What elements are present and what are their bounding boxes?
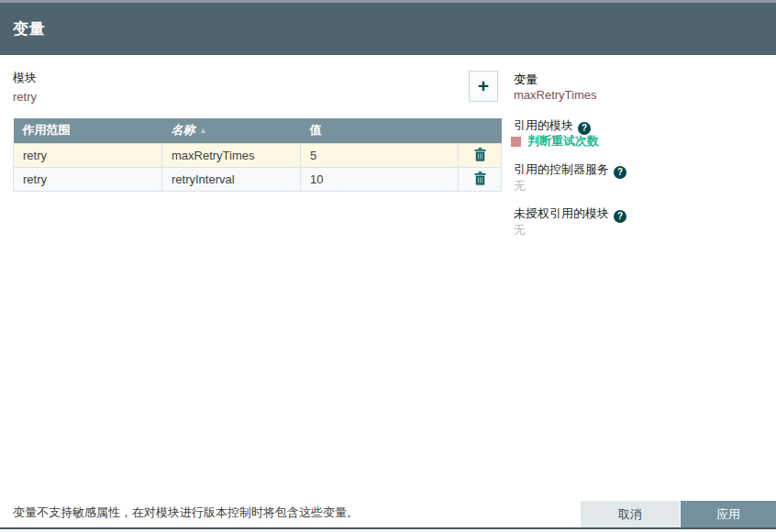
module-value: retry [13,90,37,104]
module-state-icon [511,137,521,147]
delete-variable-button[interactable] [471,170,490,187]
variable-name-value: maxRetryTimes [514,88,597,102]
help-icon[interactable]: ? [614,210,626,223]
help-icon[interactable]: ? [614,166,626,179]
plus-icon: + [478,75,489,96]
sort-asc-icon: ▲ [200,127,207,135]
dialog-title: 变量 [13,18,45,39]
cell-value: 10 [301,167,459,191]
module-block: 模块 retry [13,70,37,104]
trash-icon [474,148,486,161]
cancel-button[interactable]: 取消 [581,501,680,527]
referencing-services-section: 引用的控制器服务? [514,161,626,179]
column-header-scope[interactable]: 作用范围 [14,118,162,143]
dialog-header: 变量 [0,3,776,55]
unauthorized-modules-section: 未授权引用的模块? [514,205,626,223]
referencing-module-item[interactable]: 判断重试次数 [511,133,599,150]
table-header-row: 作用范围 名称▲ 值 [14,118,502,143]
referencing-modules-title: 引用的模块 [514,117,573,134]
cell-scope: retry [14,167,162,191]
cell-actions [459,143,502,167]
add-variable-button[interactable]: + [469,71,498,102]
column-header-value[interactable]: 值 [301,118,459,143]
apply-button[interactable]: 应用 [681,501,776,527]
variables-table-body: retry maxRetryTimes 5 retry retryInterv [14,143,502,191]
table-row[interactable]: retry maxRetryTimes 5 [14,143,502,167]
footer-tip: 变量不支持敏感属性，在对模块进行版本控制时将包含这些变量。 [13,504,359,521]
dialog-bottom-border [0,527,776,529]
trash-icon [474,172,486,185]
referencing-module-link[interactable]: 判断重试次数 [527,133,599,150]
cell-name: retryInterval [162,167,301,191]
unauthorized-modules-empty: 无 [514,222,526,238]
column-header-name[interactable]: 名称▲ [162,118,301,143]
column-header-actions [459,118,502,143]
cell-scope: retry [14,143,162,167]
cell-actions [459,167,502,191]
table-row[interactable]: retry retryInterval 10 [14,167,502,191]
module-label: 模块 [13,70,37,86]
referencing-services-empty: 无 [514,178,526,194]
variables-table: 作用范围 名称▲ 值 retry maxRetryTimes 5 [13,118,502,192]
variables-dialog: 变量 模块 retry + 作用范围 名称▲ 值 retry maxRetryT… [0,0,776,532]
cell-value: 5 [301,143,459,167]
delete-variable-button[interactable] [471,146,490,163]
cell-name: maxRetryTimes [162,143,301,167]
unauthorized-modules-title: 未授权引用的模块 [514,205,609,222]
variable-name-label: 变量 [514,72,538,88]
referencing-services-title: 引用的控制器服务 [514,161,609,178]
